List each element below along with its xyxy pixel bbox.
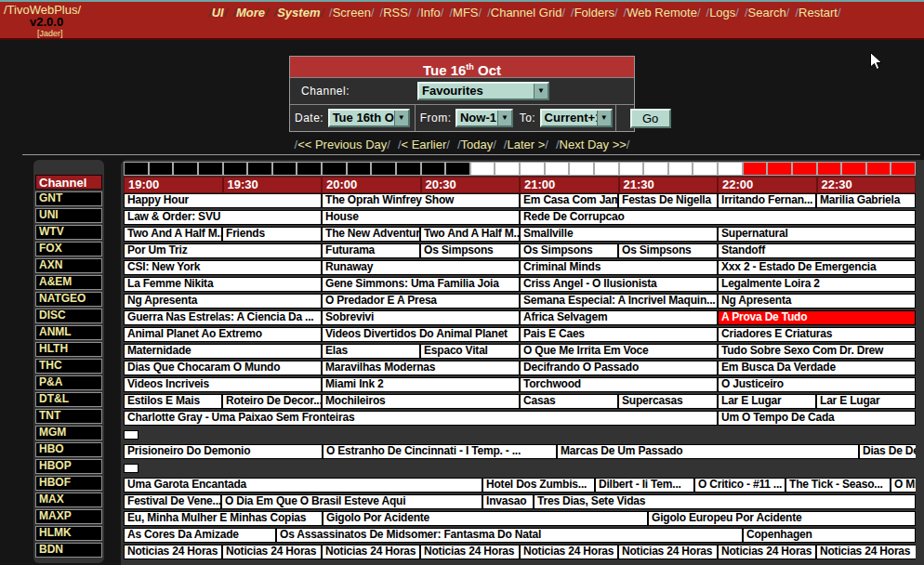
program-cell[interactable]: Dias De Des	[859, 444, 916, 459]
program-cell-highlighted[interactable]: A Prova De Tudo	[718, 310, 916, 325]
menu-item-web-remote[interactable]: /Web Remote/	[624, 6, 701, 20]
timebar-cell[interactable]	[693, 162, 718, 176]
chevron-down-icon[interactable]: ▼	[597, 111, 611, 125]
program-cell[interactable]: O Que Me Irrita Em Voce	[520, 344, 718, 359]
timebar-cell[interactable]	[272, 162, 297, 176]
go-button[interactable]: Go	[630, 109, 671, 128]
program-cell[interactable]: Rede De Corrupcao	[520, 210, 916, 225]
nav-earlier[interactable]: /< Earlier/	[398, 138, 450, 151]
program-cell[interactable]: Noticias 24 Horas	[718, 545, 816, 559]
channel-item-wtv[interactable]: WTV	[35, 225, 102, 240]
program-cell[interactable]: Tudo Sobre Sexo Com Dr. Drew	[718, 344, 916, 359]
program-cell[interactable]: Maravilhas Modernas	[322, 361, 520, 375]
program-cell[interactable]: O Critico - #11 ...	[694, 478, 785, 493]
channel-item-maxp[interactable]: MAXP	[35, 509, 102, 524]
program-cell[interactable]: Smallville	[520, 227, 718, 242]
program-cell[interactable]: Noticias 24 Horas	[322, 545, 420, 559]
program-cell[interactable]: Gigolo Europeu Por Acidente	[648, 511, 916, 526]
program-cell[interactable]: Copenhagen	[743, 528, 916, 543]
program-cell[interactable]: Em Busca Da Verdade	[718, 361, 916, 375]
channel-item-anml[interactable]: ANML	[35, 325, 102, 340]
timebar-cell[interactable]	[396, 162, 421, 176]
program-cell[interactable]: The New Adventur...	[322, 227, 420, 242]
program-cell[interactable]: Animal Planet Ao Extremo	[124, 327, 322, 342]
menu-item-logs[interactable]: /Logs/	[706, 6, 739, 20]
program-cell[interactable]: Gigolo Por Acidente	[323, 511, 648, 526]
program-cell[interactable]: Decifrando O Passado	[520, 361, 718, 375]
program-cell[interactable]: Elas	[322, 344, 420, 359]
timebar-cell[interactable]	[866, 162, 891, 176]
program-cell[interactable]: Noticias 24 Horas	[816, 545, 916, 559]
timebar-cell[interactable]	[891, 162, 916, 176]
program-cell[interactable]: Dilbert - Ii Tem...	[595, 478, 694, 493]
program-cell[interactable]: Friends	[222, 227, 322, 242]
program-cell[interactable]: Roteiro De Decor...	[222, 394, 322, 409]
channel-item-a-em[interactable]: A&EM	[35, 275, 102, 290]
program-cell[interactable]: Torchwood	[520, 377, 718, 392]
menu-item-info[interactable]: /Info/	[417, 6, 444, 20]
program-cell[interactable]: Por Um Triz	[124, 243, 322, 258]
program-cell[interactable]: Law & Order: SVU	[124, 210, 322, 225]
program-cell[interactable]: O Mis	[891, 478, 916, 493]
program-cell[interactable]: Lar E Lugar	[718, 394, 816, 409]
timebar-cell[interactable]	[421, 162, 446, 176]
menu-item-more[interactable]: /More/	[232, 6, 268, 20]
timebar-cell[interactable]	[322, 162, 347, 176]
program-cell[interactable]: The Tick - Seaso...	[785, 478, 891, 493]
channel-item-uni[interactable]: UNI	[35, 208, 102, 223]
timebar-cell[interactable]	[594, 162, 619, 176]
channel-item-thc[interactable]: THC	[35, 359, 102, 374]
program-cell[interactable]: Two And A Half M...	[420, 227, 520, 242]
timebar-cell[interactable]	[792, 162, 817, 176]
menu-item-rss[interactable]: /RSS/	[380, 6, 412, 20]
chevron-down-icon[interactable]: ▼	[394, 111, 408, 125]
program-cell[interactable]: O Dia Em Que O Brasil Esteve Aqui	[221, 494, 482, 509]
nav-today[interactable]: /Today/	[457, 138, 496, 151]
program-cell[interactable]: CSI: New York	[124, 260, 322, 275]
program-cell-fragment[interactable]	[124, 430, 139, 440]
program-cell[interactable]: Estilos E Mais	[124, 394, 222, 409]
program-cell[interactable]: Supercasas	[618, 394, 718, 409]
channel-item-hlth[interactable]: HLTH	[35, 342, 102, 357]
program-cell[interactable]: Prisioneiro Do Demonio	[124, 444, 323, 459]
timebar-cell[interactable]	[124, 162, 149, 176]
program-cell[interactable]: Irritando Fernan...	[718, 193, 816, 208]
nav-next-day[interactable]: /Next Day >>/	[556, 138, 630, 151]
timebar-cell[interactable]	[545, 162, 570, 176]
channel-item-dt-l[interactable]: DT&L	[35, 392, 102, 407]
menu-item-folders[interactable]: /Folders/	[571, 6, 618, 20]
program-cell[interactable]: La Femme Nikita	[124, 277, 322, 292]
timebar-cell[interactable]	[347, 162, 372, 176]
channel-item-bdn[interactable]: BDN	[35, 543, 102, 558]
program-cell[interactable]: Runaway	[322, 260, 520, 275]
program-cell[interactable]: Hotel Dos Zumbis...	[482, 478, 595, 493]
program-cell[interactable]: Sobrevivi	[322, 310, 520, 325]
program-cell[interactable]: Two And A Half M...	[124, 227, 222, 242]
program-cell[interactable]: Semana Especial: A Incrivel Maquin...	[520, 294, 718, 309]
program-cell[interactable]: Ng Apresenta	[718, 294, 916, 309]
program-cell[interactable]: Em Casa Com Jami...	[520, 193, 618, 208]
timebar-cell[interactable]	[470, 162, 495, 176]
program-cell[interactable]: Maternidade	[124, 344, 322, 359]
channel-item-gnt[interactable]: GNT	[35, 191, 102, 206]
program-cell[interactable]: Xxx 2 - Estado De Emergencia	[718, 260, 916, 275]
timebar-cell[interactable]	[668, 162, 693, 176]
program-cell[interactable]: Miami Ink 2	[322, 377, 520, 392]
timebar-cell[interactable]	[495, 162, 520, 176]
program-cell[interactable]: Casas	[520, 394, 618, 409]
program-cell[interactable]: The Oprah Winfrey Show	[322, 193, 520, 208]
channel-item-hbop[interactable]: HBOP	[35, 459, 102, 474]
program-cell[interactable]: Os Assassinatos De Midsomer: Fantasma Do…	[276, 528, 743, 543]
program-cell[interactable]: Noticias 24 Horas	[124, 545, 222, 559]
menu-item-channel-grid[interactable]: /Channel Grid/	[487, 6, 565, 20]
date-select[interactable]: Tue 16th Oct ▼	[328, 109, 410, 127]
program-cell[interactable]: Noticias 24 Horas	[618, 545, 718, 559]
program-cell[interactable]: Pais E Caes	[520, 327, 718, 342]
program-cell[interactable]: Charlotte Gray - Uma Paixao Sem Fronteir…	[124, 411, 718, 426]
chevron-down-icon[interactable]: ▼	[534, 84, 548, 99]
program-cell[interactable]: Eu, Minha Mulher E Minhas Copias	[124, 511, 323, 526]
channel-item-hbo[interactable]: HBO	[35, 442, 102, 457]
channel-item-max[interactable]: MAX	[35, 493, 102, 507]
timebar-cell[interactable]	[841, 162, 866, 176]
timebar-cell[interactable]	[569, 162, 594, 176]
